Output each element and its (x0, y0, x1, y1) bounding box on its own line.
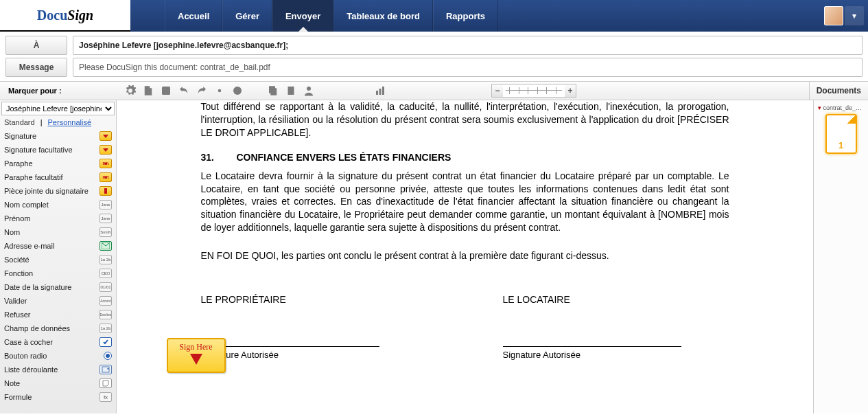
field-label: Refuser (4, 310, 31, 319)
field-label: Case à cocher (4, 338, 53, 346)
document-name[interactable]: contrat_de_b… (817, 103, 865, 114)
field-label: Champ de données (4, 324, 70, 332)
field-champ-de-donn-es[interactable]: Champ de données1a 2b (0, 321, 116, 335)
field-nom-complet[interactable]: Nom completJane (0, 198, 116, 212)
zoom-slider[interactable] (503, 84, 565, 97)
gear2-icon[interactable] (211, 83, 228, 98)
gear3-icon[interactable] (229, 83, 246, 98)
field-label: Valider (4, 297, 27, 305)
nav-tableaux[interactable]: Tableaux de bord (333, 0, 433, 32)
copy-icon[interactable] (265, 83, 281, 98)
field-paraphe-facultatif[interactable]: Paraphe facultatifInit (0, 170, 116, 184)
field-label: Signature facultative (4, 146, 73, 154)
user-dropdown[interactable]: ▾ (845, 6, 864, 25)
field-soci-t-[interactable]: Société1a 2b (0, 253, 116, 267)
field-signature-facultative[interactable]: Signature facultative (0, 143, 116, 157)
field-nom[interactable]: NomSmith (0, 225, 116, 239)
workspace: Joséphine Lefevre [josephine.lefevre@acs… (0, 100, 868, 414)
align-center-icon[interactable] (336, 83, 353, 98)
field-label: Société (4, 256, 30, 264)
svg-point-2 (233, 87, 242, 95)
field-pr-nom[interactable]: PrénomJane (0, 212, 116, 225)
field-label: Bouton radio (4, 352, 47, 360)
gear1-icon[interactable] (122, 83, 139, 98)
field-note[interactable]: Note (0, 376, 116, 390)
field-adresse-e-mail[interactable]: Adresse e-mail (0, 239, 116, 253)
logo-part1: Docu (37, 8, 67, 23)
sign-here-label: Sign Here (175, 342, 218, 352)
recipient-select[interactable]: Joséphine Lefevre [josephine.lefevre@acs… (1, 102, 115, 115)
zoom-in-button[interactable]: + (565, 84, 576, 97)
zoom-control: − + (491, 84, 576, 98)
field-liste-d-roulante[interactable]: Liste déroulante (0, 363, 116, 376)
field-label: Pièce jointe du signataire (4, 187, 89, 195)
svg-marker-12 (104, 162, 108, 165)
nav-rapports[interactable]: Rapports (433, 0, 498, 32)
field-list: SignatureSignature facultativeParapheIni… (0, 129, 116, 414)
fields-panel: Joséphine Lefevre [josephine.lefevre@acs… (0, 100, 117, 414)
to-button[interactable]: À (5, 36, 67, 55)
field-label: Liste déroulante (4, 365, 58, 374)
field-label: Date de la signature (4, 283, 71, 291)
doc-section-body: Le Locataire devra fournir à la signatur… (201, 170, 729, 234)
field-refuser[interactable]: RefuserDecline (0, 308, 116, 321)
sign-here-tag[interactable]: Sign Here (167, 338, 226, 373)
to-input[interactable] (73, 36, 863, 55)
align-left-icon[interactable] (318, 83, 335, 98)
field-date-de-la-signature[interactable]: Date de la signature01/01 (0, 280, 116, 294)
down-arrow-icon (190, 354, 202, 365)
align-right-icon[interactable] (354, 83, 371, 98)
stamp-icon[interactable] (158, 83, 174, 98)
field-signature[interactable]: Signature (0, 129, 116, 143)
document-viewer[interactable]: Tout différend se rapportant à la validi… (117, 100, 813, 414)
tab-standard[interactable]: Standard (4, 118, 35, 126)
doc-section-heading: 31. CONFIANCE ENVERS LES ÉTATS FINANCIER… (201, 152, 729, 163)
zoom-out-button[interactable]: − (492, 84, 503, 97)
toolbar-icons (115, 83, 388, 98)
svg-point-6 (307, 87, 311, 91)
field-label: Adresse e-mail (4, 242, 54, 250)
doc-para-top: Tout différend se rapportant à la validi… (201, 100, 729, 139)
field-bouton-radio[interactable]: Bouton radio (0, 349, 116, 363)
field-paraphe[interactable]: ParapheInit (0, 157, 116, 170)
field-label: Paraphe facultatif (4, 173, 63, 181)
logo: DocuSign (0, 0, 130, 32)
page-icon[interactable] (140, 83, 156, 98)
documents-label[interactable]: Documents (809, 82, 868, 100)
field-label: Paraphe (4, 159, 33, 168)
redo-icon[interactable] (193, 83, 210, 98)
tab-personnalise[interactable]: Personnalisé (48, 118, 92, 126)
user-icon[interactable] (301, 83, 317, 98)
field-label: Fonction (4, 269, 33, 278)
document-thumbnail[interactable]: 1 (825, 114, 857, 154)
to-row: À (0, 32, 868, 55)
svg-marker-13 (104, 176, 108, 179)
svg-rect-7 (376, 91, 378, 95)
svg-point-1 (218, 89, 222, 93)
field-fonction[interactable]: FonctionCEO (0, 267, 116, 280)
field-label: Note (4, 379, 20, 387)
nav-accueil[interactable]: Accueil (165, 0, 222, 32)
sig-left-title: LE PROPRIÉTAIRE (201, 294, 427, 305)
nav-gerer[interactable]: Gérer (222, 0, 272, 32)
chart-icon[interactable] (372, 83, 388, 98)
toolbar: Marquer pour : − + Documents (0, 81, 868, 100)
field-formule[interactable]: Formulefx (0, 390, 116, 404)
section-title: CONFIANCE ENVERS LES ÉTATS FINANCIERS (236, 152, 451, 163)
field-case-cocher[interactable]: Case à cocher (0, 335, 116, 349)
field-label: Signature (4, 132, 36, 140)
page-number-badge: 1 (827, 140, 856, 150)
field-pi-ce-jointe-du-signataire[interactable]: Pièce jointe du signataire (0, 184, 116, 198)
message-row: Message (0, 55, 868, 77)
message-button[interactable]: Message (5, 58, 67, 77)
undo-icon[interactable] (176, 83, 192, 98)
subject-input[interactable] (73, 58, 863, 77)
field-valider[interactable]: ValiderAccord (0, 294, 116, 308)
sig-right-title: LE LOCATAIRE (503, 294, 729, 305)
avatar[interactable] (824, 6, 843, 25)
paste-icon[interactable] (283, 83, 299, 98)
svg-rect-4 (269, 86, 275, 93)
list-icon[interactable] (247, 83, 263, 98)
field-label: Nom complet (4, 201, 49, 209)
nav-envoyer[interactable]: Envoyer (272, 0, 333, 32)
